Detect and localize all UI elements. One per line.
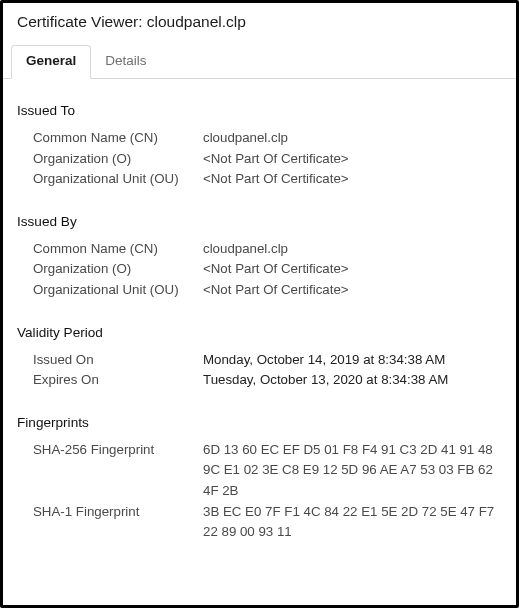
validity-issued-row: Issued On Monday, October 14, 2019 at 8:… (33, 350, 502, 371)
fingerprint-sha1-row: SHA-1 Fingerprint 3B EC E0 7F F1 4C 84 2… (33, 502, 502, 543)
tab-general[interactable]: General (11, 45, 91, 79)
window-title: Certificate Viewer: cloudpanel.clp (3, 3, 516, 41)
issued-to-o-label: Organization (O) (33, 149, 203, 170)
fingerprint-sha256-label: SHA-256 Fingerprint (33, 440, 203, 461)
issued-to-ou-row: Organizational Unit (OU) <Not Part Of Ce… (33, 169, 502, 190)
fingerprint-sha256-row: SHA-256 Fingerprint 6D 13 60 EC EF D5 01… (33, 440, 502, 502)
tab-content-general: Issued To Common Name (CN) cloudpanel.cl… (3, 79, 516, 605)
issued-to-o-value: <Not Part Of Certificate> (203, 149, 349, 170)
issued-to-cn-label: Common Name (CN) (33, 128, 203, 149)
validity-expires-label: Expires On (33, 370, 203, 391)
issued-to-cn-row: Common Name (CN) cloudpanel.clp (33, 128, 502, 149)
issued-by-ou-value: <Not Part Of Certificate> (203, 280, 349, 301)
issued-by-ou-row: Organizational Unit (OU) <Not Part Of Ce… (33, 280, 502, 301)
validity-expires-row: Expires On Tuesday, October 13, 2020 at … (33, 370, 502, 391)
issued-to-ou-label: Organizational Unit (OU) (33, 169, 203, 190)
issued-to-ou-value: <Not Part Of Certificate> (203, 169, 349, 190)
issued-by-o-value: <Not Part Of Certificate> (203, 259, 349, 280)
issued-by-o-row: Organization (O) <Not Part Of Certificat… (33, 259, 502, 280)
section-issued-to-heading: Issued To (17, 103, 502, 118)
issued-by-ou-label: Organizational Unit (OU) (33, 280, 203, 301)
issued-by-cn-value: cloudpanel.clp (203, 239, 288, 260)
issued-to-o-row: Organization (O) <Not Part Of Certificat… (33, 149, 502, 170)
validity-issued-label: Issued On (33, 350, 203, 371)
validity-expires-value: Tuesday, October 13, 2020 at 8:34:38 AM (203, 370, 448, 391)
certificate-viewer-window: Certificate Viewer: cloudpanel.clp Gener… (0, 0, 519, 608)
tab-row: General Details (3, 45, 516, 79)
fingerprint-sha256-value: 6D 13 60 EC EF D5 01 F8 F4 91 C3 2D 41 9… (203, 440, 502, 502)
section-issued-by-heading: Issued By (17, 214, 502, 229)
section-fingerprints-heading: Fingerprints (17, 415, 502, 430)
issued-to-cn-value: cloudpanel.clp (203, 128, 288, 149)
issued-by-o-label: Organization (O) (33, 259, 203, 280)
fingerprint-sha1-label: SHA-1 Fingerprint (33, 502, 203, 523)
issued-by-cn-label: Common Name (CN) (33, 239, 203, 260)
fingerprint-sha1-value: 3B EC E0 7F F1 4C 84 22 E1 5E 2D 72 5E 4… (203, 502, 502, 543)
validity-issued-value: Monday, October 14, 2019 at 8:34:38 AM (203, 350, 445, 371)
tab-details[interactable]: Details (91, 45, 160, 78)
issued-by-cn-row: Common Name (CN) cloudpanel.clp (33, 239, 502, 260)
section-validity-heading: Validity Period (17, 325, 502, 340)
